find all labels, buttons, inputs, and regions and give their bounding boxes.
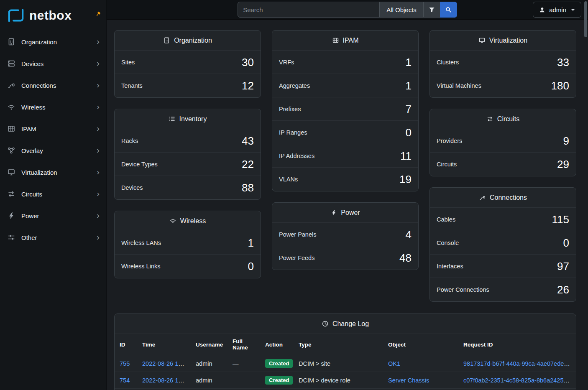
user-menu-button[interactable]: admin (533, 2, 581, 18)
wifi-icon (169, 217, 176, 224)
sidebar-item-wireless[interactable]: Wireless › (0, 96, 106, 118)
stat-row-wireless-links[interactable]: Wireless Links 0 (115, 255, 261, 278)
sidebar-item-ipam[interactable]: IPAM › (0, 118, 106, 140)
stat-row-cables[interactable]: Cables 115 (430, 208, 576, 231)
change-id-link[interactable]: 754 (120, 377, 130, 384)
chevron-right-icon: › (97, 189, 100, 199)
caret-down-icon (571, 9, 575, 11)
changelog-row: 755 2022-08-26 14:22 admin — Created DCI… (115, 355, 576, 372)
stat-row-wireless-lans[interactable]: Wireless LANs 1 (115, 231, 261, 255)
chevron-right-icon: › (97, 37, 100, 47)
stat-value: 33 (557, 56, 569, 69)
sidebar: netbox Organization › (0, 0, 107, 390)
vertical-scrollbar[interactable] (584, 1, 587, 37)
object-type-dropdown[interactable]: All Objects (379, 2, 424, 18)
stat-label: Prefixes (279, 106, 301, 112)
stat-row-sites[interactable]: Sites 30 (115, 51, 261, 74)
sidebar-item-overlay[interactable]: Overlay › (0, 140, 106, 161)
stat-row-power-feeds[interactable]: Power Feeds 48 (272, 246, 418, 270)
request-id-link[interactable]: c07f0ab2-2351-4c58-825a-8b6a2425a1ab (463, 377, 576, 384)
stat-row-device-types[interactable]: Device Types 22 (115, 153, 261, 176)
stat-row-ip-addresses[interactable]: IP Addresses 11 (272, 144, 418, 168)
dashboard-column-3: Virtualization Clusters 33 Virtual Machi… (429, 30, 576, 302)
stat-row-virtual-machines[interactable]: Virtual Machines 180 (430, 74, 576, 97)
changelog-row: 754 2022-08-26 14:17 admin — Created DCI… (115, 372, 576, 389)
stat-label: Device Types (121, 161, 158, 168)
stat-row-aggregates[interactable]: Aggregates 1 (272, 74, 418, 97)
stat-value: 48 (399, 251, 412, 265)
app-shell: netbox Organization › (0, 0, 588, 390)
stat-row-power-connections[interactable]: Power Connections 26 (430, 278, 576, 301)
sidebar-item-connections[interactable]: Connections › (0, 74, 106, 96)
search-submit-button[interactable] (440, 2, 457, 18)
object-link[interactable]: OK1 (388, 360, 400, 367)
sidebar-item-organization[interactable]: Organization › (0, 31, 106, 53)
stat-value: 30 (242, 56, 254, 69)
stat-row-tenants[interactable]: Tenants 12 (115, 74, 261, 97)
stat-value: 26 (557, 283, 569, 296)
stat-row-devices[interactable]: Devices 88 (115, 176, 261, 199)
stat-row-console[interactable]: Console 0 (430, 231, 576, 255)
change-time-link[interactable]: 2022-08-26 14:17 (142, 377, 190, 384)
bolt-icon (330, 209, 337, 216)
sidebar-item-virtualization[interactable]: Virtualization › (0, 161, 106, 183)
sidebar-item-label: Organization (21, 38, 91, 46)
stat-value: 11 (400, 149, 412, 163)
building-icon (163, 37, 170, 44)
sidebar-item-circuits[interactable]: Circuits › (0, 183, 106, 205)
change-time-link[interactable]: 2022-08-26 14:22 (142, 360, 190, 367)
stat-label: Virtual Machines (437, 82, 481, 89)
server-icon (7, 59, 16, 68)
sidebar-item-label: Other (21, 234, 91, 241)
stat-label: Wireless LANs (121, 240, 161, 246)
stat-label: Power Feeds (279, 255, 314, 261)
stat-label: Sites (121, 59, 135, 66)
card-title: Inventory (179, 115, 207, 123)
stat-row-racks[interactable]: Racks 43 (115, 129, 261, 153)
stat-label: IP Addresses (279, 153, 314, 159)
chevron-right-icon: › (97, 211, 100, 221)
stat-row-ip-ranges[interactable]: IP Ranges 0 (272, 121, 418, 144)
request-id-link[interactable]: 9817317d-b67f-440a-99ca-4ae07ede94df (463, 360, 575, 367)
card-header: Circuits (430, 109, 576, 129)
dashboard-column-1: Organization Sites 30 Tenants 12 (114, 30, 261, 302)
search-input[interactable] (238, 2, 380, 18)
dashboard-column-2: IPAM VRFs 1 Aggregates 1 Prefixes 7 (272, 30, 419, 302)
stat-row-power-panels[interactable]: Power Panels 4 (272, 223, 418, 246)
stat-row-interfaces[interactable]: Interfaces 97 (430, 255, 576, 278)
sidebar-item-other[interactable]: Other › (0, 227, 106, 248)
stat-row-clusters[interactable]: Clusters 33 (430, 51, 576, 74)
ip-grid-icon (7, 125, 16, 133)
card-header: IPAM (272, 31, 418, 51)
sidebar-item-devices[interactable]: Devices › (0, 53, 106, 74)
username-cell: admin (191, 372, 228, 389)
brand[interactable]: netbox (0, 0, 106, 29)
building-icon (7, 38, 16, 46)
sidebar-item-label: Connections (21, 82, 91, 89)
card-header: Inventory (115, 109, 261, 129)
stat-value: 0 (248, 260, 254, 273)
stat-value: 115 (552, 213, 569, 226)
type-cell: DCIM > site (294, 355, 383, 372)
chevron-right-icon: › (97, 124, 100, 134)
sidebar-item-label: Circuits (21, 191, 91, 198)
card-header: Power (272, 203, 418, 223)
stat-row-vlans[interactable]: VLANs 19 (272, 168, 418, 191)
stat-value: 1 (248, 236, 254, 250)
card-header: Virtualization (430, 31, 576, 51)
stat-row-circuits[interactable]: Circuits 29 (430, 153, 576, 176)
card-power: Power Power Panels 4 Power Feeds 48 (272, 202, 419, 270)
stat-row-prefixes[interactable]: Prefixes 7 (272, 97, 418, 121)
stat-value: 9 (563, 134, 569, 148)
object-link[interactable]: Server Chassis (388, 377, 429, 384)
wifi-icon (7, 103, 16, 111)
stat-value: 180 (551, 79, 569, 92)
change-id-link[interactable]: 755 (120, 360, 130, 367)
stat-label: Clusters (437, 59, 459, 66)
filter-button[interactable] (423, 2, 440, 18)
sidebar-item-power[interactable]: Power › (0, 205, 106, 227)
stat-row-vrfs[interactable]: VRFs 1 (272, 51, 418, 74)
stat-row-providers[interactable]: Providers 9 (430, 129, 576, 153)
pin-sidebar-icon[interactable] (95, 11, 102, 18)
stat-label: IP Ranges (279, 129, 307, 136)
